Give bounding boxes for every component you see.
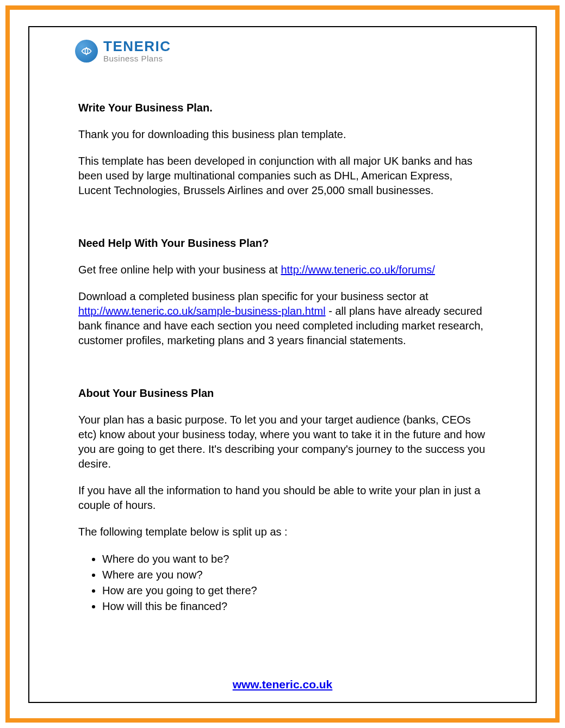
paragraph: Your plan has a basic purpose. To let yo… (78, 413, 487, 471)
list-item: How will this be financed? (102, 599, 487, 614)
list-item: How are you going to get there? (102, 583, 487, 599)
logo-icon (75, 40, 98, 63)
sample-plan-link[interactable]: http://www.teneric.co.uk/sample-business… (78, 305, 326, 317)
heading-about: About Your Business Plan (78, 386, 487, 401)
heading-help: Need Help With Your Business Plan? (78, 236, 487, 251)
logo-tagline: Business Plans (103, 54, 171, 63)
text: Get free online help with your business … (78, 264, 281, 276)
footer-url-link[interactable]: www.teneric.co.uk (233, 678, 333, 690)
paragraph: Thank you for downloading this business … (78, 127, 487, 142)
paragraph: Download a completed business plan speci… (78, 289, 487, 348)
footer: www.teneric.co.uk (29, 678, 536, 691)
section-write: Write Your Business Plan. Thank you for … (78, 101, 487, 198)
logo: TENERIC Business Plans (75, 39, 487, 63)
list-item: Where do you want to be? (102, 551, 487, 567)
text: Download a completed business plan speci… (78, 290, 429, 302)
template-bullets: Where do you want to be? Where are you n… (102, 551, 487, 614)
outer-frame: TENERIC Business Plans Write Your Busine… (5, 5, 560, 723)
section-about: About Your Business Plan Your plan has a… (78, 386, 487, 614)
heading-write: Write Your Business Plan. (78, 101, 487, 115)
logo-text: TENERIC Business Plans (103, 39, 171, 63)
section-help: Need Help With Your Business Plan? Get f… (78, 236, 487, 348)
forums-link[interactable]: http://www.teneric.co.uk/forums/ (281, 264, 434, 276)
list-item: Where are you now? (102, 567, 487, 583)
paragraph: Get free online help with your business … (78, 263, 487, 277)
paragraph: If you have all the information to hand … (78, 483, 487, 513)
paragraph: This template has been developed in conj… (78, 154, 487, 198)
paragraph: The following template below is split up… (78, 525, 487, 539)
content: Write Your Business Plan. Thank you for … (78, 101, 487, 614)
document-page: TENERIC Business Plans Write Your Busine… (28, 26, 537, 703)
logo-name: TENERIC (103, 39, 171, 53)
